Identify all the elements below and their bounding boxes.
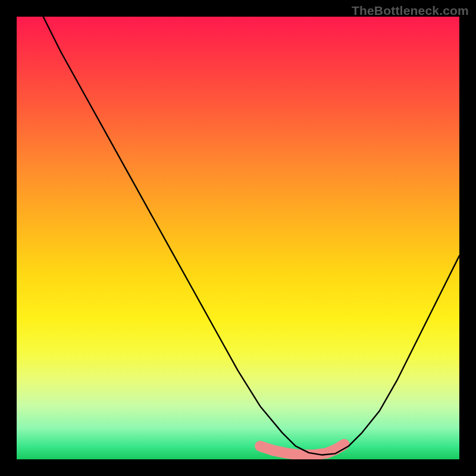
chart-svg [17, 17, 459, 459]
watermark-label: TheBottleneck.com [352, 4, 469, 18]
chart-frame: TheBottleneck.com [0, 0, 476, 476]
chart-panel [17, 17, 459, 459]
bottleneck-curve-path [43, 17, 459, 455]
highlight-valley-path [260, 444, 344, 455]
